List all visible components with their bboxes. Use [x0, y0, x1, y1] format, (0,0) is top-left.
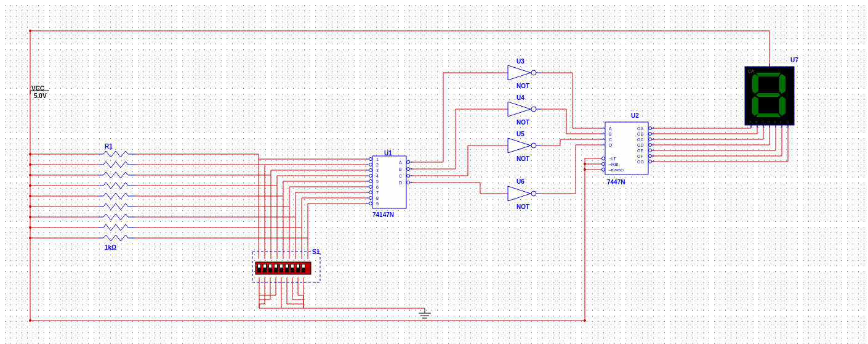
svg-point-198 [531, 107, 536, 112]
svg-text:8: 8 [376, 196, 379, 200]
svg-point-163 [369, 191, 372, 194]
svg-point-161 [369, 180, 372, 183]
svg-point-122 [29, 195, 31, 197]
svg-text:D: D [399, 181, 402, 185]
svg-text:2: 2 [376, 163, 379, 167]
svg-rect-144 [263, 264, 266, 268]
svg-point-227 [649, 160, 652, 163]
svg-marker-249 [752, 96, 758, 116]
inverter-u3 [508, 65, 540, 80]
svg-point-130 [29, 30, 31, 32]
svg-text:6: 6 [376, 185, 379, 189]
svg-point-211 [602, 163, 605, 166]
svg-point-166 [407, 161, 410, 164]
svg-point-159 [369, 169, 372, 172]
svg-text:3: 3 [376, 168, 379, 173]
svg-marker-246 [779, 74, 786, 94]
inverter-u5 [508, 138, 540, 153]
svg-rect-143 [258, 264, 260, 268]
svg-point-196 [531, 70, 536, 75]
svg-text:OE: OE [637, 149, 643, 153]
svg-text:OD: OD [637, 143, 644, 147]
svg-point-165 [369, 202, 372, 205]
svg-point-126 [29, 237, 31, 239]
inverter-u6 [508, 186, 540, 201]
svg-text:C: C [762, 120, 765, 124]
svg-marker-245 [756, 73, 781, 76]
svg-marker-247 [779, 96, 786, 116]
svg-text:OG: OG [637, 160, 644, 164]
svg-text:9: 9 [376, 202, 379, 206]
svg-point-131 [29, 319, 31, 322]
svg-text:C: C [399, 174, 402, 178]
svg-point-158 [369, 163, 372, 166]
svg-rect-149 [291, 264, 294, 268]
svg-text:CA: CA [748, 69, 754, 73]
svg-text:OB: OB [637, 132, 643, 136]
svg-point-127 [584, 163, 586, 165]
svg-point-129 [584, 319, 586, 322]
schematic-svg: 1 2 3 4 5 6 7 8 9 A B C D [0, 0, 868, 344]
svg-text:~RBI: ~RBI [609, 162, 619, 166]
svg-rect-147 [280, 264, 283, 268]
svg-point-124 [29, 216, 31, 218]
decoder-chip: A B C D ~LT ~RBI ~BI/RBO OA OB OC OD OE … [600, 122, 654, 174]
seven-segment-display: CA A B C D E F G [745, 63, 794, 128]
encoder-chip: 1 2 3 4 5 6 7 8 9 A B C D [366, 156, 412, 208]
svg-text:B: B [609, 132, 612, 136]
svg-point-223 [649, 149, 652, 152]
svg-text:A: A [609, 126, 612, 131]
svg-rect-146 [275, 264, 277, 268]
svg-text:F: F [780, 120, 782, 124]
svg-point-160 [369, 174, 372, 178]
svg-text:B: B [399, 167, 402, 171]
svg-point-213 [602, 168, 605, 171]
svg-text:E: E [774, 120, 776, 124]
svg-point-219 [649, 138, 652, 141]
svg-text:4: 4 [376, 174, 379, 178]
svg-text:OA: OA [637, 126, 643, 131]
inverters [508, 65, 540, 201]
svg-point-119 [29, 163, 31, 166]
svg-marker-250 [752, 74, 758, 94]
svg-text:G: G [786, 120, 789, 124]
svg-rect-151 [302, 264, 305, 268]
svg-point-125 [29, 226, 31, 229]
ground-symbol [419, 308, 431, 318]
svg-point-209 [602, 157, 605, 160]
svg-point-225 [649, 155, 652, 158]
svg-rect-148 [286, 264, 288, 268]
svg-point-167 [407, 168, 410, 171]
svg-point-123 [29, 205, 31, 208]
wires [29, 30, 788, 322]
svg-text:B: B [755, 120, 758, 124]
svg-point-215 [649, 127, 652, 130]
dip-switch[interactable] [252, 252, 320, 282]
svg-point-217 [649, 133, 652, 136]
svg-point-162 [369, 186, 372, 189]
svg-point-200 [531, 143, 536, 148]
svg-text:1: 1 [376, 157, 379, 162]
svg-text:7: 7 [376, 190, 379, 195]
svg-text:5: 5 [376, 179, 379, 184]
svg-point-202 [531, 191, 536, 196]
svg-point-169 [407, 181, 410, 184]
svg-text:D: D [768, 120, 771, 124]
svg-point-164 [369, 197, 372, 200]
svg-point-121 [29, 184, 31, 187]
inverter-u4 [508, 102, 540, 117]
svg-text:OC: OC [637, 137, 644, 142]
svg-text:A: A [399, 160, 402, 165]
svg-rect-145 [269, 264, 271, 268]
svg-point-128 [584, 168, 586, 171]
svg-point-168 [407, 174, 410, 178]
svg-text:A: A [749, 120, 752, 124]
svg-text:D: D [609, 143, 612, 147]
svg-point-120 [29, 174, 31, 176]
svg-point-118 [29, 153, 31, 155]
svg-point-157 [369, 158, 372, 161]
svg-text:~BI/RBO: ~BI/RBO [609, 168, 624, 172]
resistor-network [98, 151, 135, 241]
svg-text:OF: OF [637, 154, 643, 158]
svg-rect-150 [297, 264, 299, 268]
